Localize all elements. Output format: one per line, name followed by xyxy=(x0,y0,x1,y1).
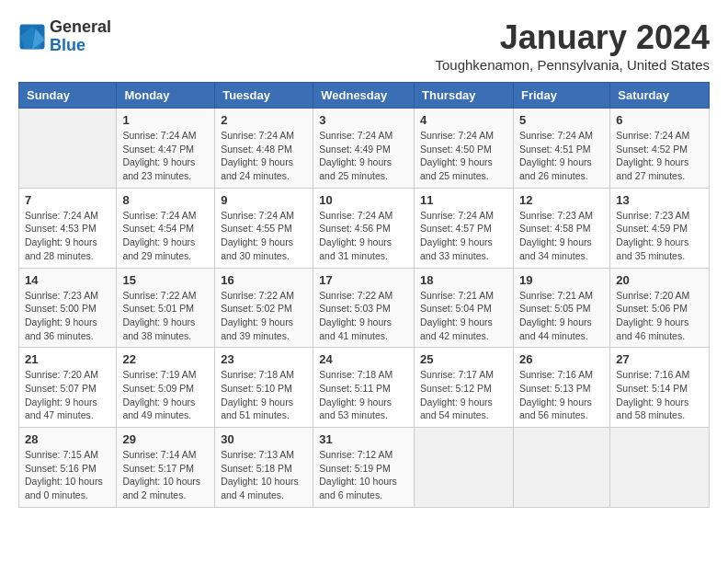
calendar-cell: 13Sunrise: 7:23 AM Sunset: 4:59 PM Dayli… xyxy=(610,188,710,268)
date-number: 22 xyxy=(122,352,209,366)
calendar-cell: 6Sunrise: 7:24 AM Sunset: 4:52 PM Daylig… xyxy=(610,109,710,189)
calendar-cell: 22Sunrise: 7:19 AM Sunset: 5:09 PM Dayli… xyxy=(117,348,215,428)
logo-general-text: General xyxy=(50,18,111,37)
date-number: 5 xyxy=(519,113,604,127)
cell-info: Sunrise: 7:24 AM Sunset: 4:56 PM Dayligh… xyxy=(319,209,408,263)
header-saturday: Saturday xyxy=(610,83,710,109)
cell-info: Sunrise: 7:16 AM Sunset: 5:14 PM Dayligh… xyxy=(616,368,703,422)
date-number: 1 xyxy=(122,113,209,127)
location-title: Toughkenamon, Pennsylvania, United State… xyxy=(435,57,710,73)
date-number: 8 xyxy=(122,193,209,207)
cell-info: Sunrise: 7:24 AM Sunset: 4:47 PM Dayligh… xyxy=(122,129,209,183)
calendar-cell: 2Sunrise: 7:24 AM Sunset: 4:48 PM Daylig… xyxy=(215,109,313,189)
calendar-cell: 25Sunrise: 7:17 AM Sunset: 5:12 PM Dayli… xyxy=(415,348,514,428)
date-number: 13 xyxy=(616,193,703,207)
calendar-cell: 8Sunrise: 7:24 AM Sunset: 4:54 PM Daylig… xyxy=(117,188,215,268)
date-number: 15 xyxy=(122,273,209,287)
calendar-cell: 21Sunrise: 7:20 AM Sunset: 5:07 PM Dayli… xyxy=(19,348,117,428)
cell-info: Sunrise: 7:18 AM Sunset: 5:10 PM Dayligh… xyxy=(221,368,307,422)
cell-info: Sunrise: 7:17 AM Sunset: 5:12 PM Dayligh… xyxy=(420,368,507,422)
cell-info: Sunrise: 7:18 AM Sunset: 5:11 PM Dayligh… xyxy=(319,368,408,422)
calendar-header-row: SundayMondayTuesdayWednesdayThursdayFrid… xyxy=(19,83,710,109)
cell-info: Sunrise: 7:21 AM Sunset: 5:04 PM Dayligh… xyxy=(420,289,507,343)
calendar-cell: 29Sunrise: 7:14 AM Sunset: 5:17 PM Dayli… xyxy=(117,428,215,508)
date-number: 18 xyxy=(420,273,507,287)
calendar-cell: 7Sunrise: 7:24 AM Sunset: 4:53 PM Daylig… xyxy=(19,188,117,268)
header-monday: Monday xyxy=(117,83,215,109)
calendar-week-5: 28Sunrise: 7:15 AM Sunset: 5:16 PM Dayli… xyxy=(19,428,710,508)
date-number: 17 xyxy=(319,273,408,287)
date-number: 3 xyxy=(319,113,408,127)
calendar-cell: 3Sunrise: 7:24 AM Sunset: 4:49 PM Daylig… xyxy=(313,109,415,189)
logo: General Blue xyxy=(18,18,111,55)
cell-info: Sunrise: 7:13 AM Sunset: 5:18 PM Dayligh… xyxy=(221,448,307,502)
date-number: 11 xyxy=(420,193,507,207)
date-number: 9 xyxy=(221,193,307,207)
cell-info: Sunrise: 7:24 AM Sunset: 4:57 PM Dayligh… xyxy=(420,209,507,263)
calendar-cell: 9Sunrise: 7:24 AM Sunset: 4:55 PM Daylig… xyxy=(215,188,313,268)
date-number: 24 xyxy=(319,352,408,366)
calendar-cell xyxy=(19,109,117,189)
date-number: 26 xyxy=(519,352,604,366)
date-number: 19 xyxy=(519,273,604,287)
header-wednesday: Wednesday xyxy=(313,83,415,109)
cell-info: Sunrise: 7:23 AM Sunset: 4:58 PM Dayligh… xyxy=(519,209,604,263)
calendar-cell: 12Sunrise: 7:23 AM Sunset: 4:58 PM Dayli… xyxy=(513,188,609,268)
cell-info: Sunrise: 7:24 AM Sunset: 4:52 PM Dayligh… xyxy=(616,129,703,183)
page-header: General Blue January 2024 Toughkenamon, … xyxy=(18,18,710,73)
calendar-week-1: 1Sunrise: 7:24 AM Sunset: 4:47 PM Daylig… xyxy=(19,109,710,189)
header-tuesday: Tuesday xyxy=(215,83,313,109)
cell-info: Sunrise: 7:21 AM Sunset: 5:05 PM Dayligh… xyxy=(519,289,604,343)
calendar-table: SundayMondayTuesdayWednesdayThursdayFrid… xyxy=(18,82,710,508)
date-number: 21 xyxy=(25,352,110,366)
cell-info: Sunrise: 7:24 AM Sunset: 4:55 PM Dayligh… xyxy=(221,209,307,263)
cell-info: Sunrise: 7:12 AM Sunset: 5:19 PM Dayligh… xyxy=(319,448,408,502)
calendar-cell xyxy=(513,428,609,508)
calendar-cell: 18Sunrise: 7:21 AM Sunset: 5:04 PM Dayli… xyxy=(415,268,514,348)
calendar-week-4: 21Sunrise: 7:20 AM Sunset: 5:07 PM Dayli… xyxy=(19,348,710,428)
calendar-cell: 11Sunrise: 7:24 AM Sunset: 4:57 PM Dayli… xyxy=(415,188,514,268)
calendar-cell: 31Sunrise: 7:12 AM Sunset: 5:19 PM Dayli… xyxy=(313,428,415,508)
calendar-cell xyxy=(610,428,710,508)
date-number: 23 xyxy=(221,352,307,366)
date-number: 4 xyxy=(420,113,507,127)
calendar-cell: 14Sunrise: 7:23 AM Sunset: 5:00 PM Dayli… xyxy=(19,268,117,348)
date-number: 14 xyxy=(25,273,110,287)
calendar-cell: 27Sunrise: 7:16 AM Sunset: 5:14 PM Dayli… xyxy=(610,348,710,428)
calendar-cell: 28Sunrise: 7:15 AM Sunset: 5:16 PM Dayli… xyxy=(19,428,117,508)
logo-blue-text: Blue xyxy=(50,37,111,55)
date-number: 7 xyxy=(25,193,110,207)
date-number: 31 xyxy=(319,432,408,446)
date-number: 30 xyxy=(221,432,307,446)
cell-info: Sunrise: 7:15 AM Sunset: 5:16 PM Dayligh… xyxy=(25,448,110,502)
calendar-cell: 26Sunrise: 7:16 AM Sunset: 5:13 PM Dayli… xyxy=(513,348,609,428)
date-number: 29 xyxy=(122,432,209,446)
date-number: 25 xyxy=(420,352,507,366)
calendar-cell: 10Sunrise: 7:24 AM Sunset: 4:56 PM Dayli… xyxy=(313,188,415,268)
calendar-cell: 19Sunrise: 7:21 AM Sunset: 5:05 PM Dayli… xyxy=(513,268,609,348)
cell-info: Sunrise: 7:16 AM Sunset: 5:13 PM Dayligh… xyxy=(519,368,604,422)
date-number: 27 xyxy=(616,352,703,366)
cell-info: Sunrise: 7:19 AM Sunset: 5:09 PM Dayligh… xyxy=(122,368,209,422)
calendar-cell: 23Sunrise: 7:18 AM Sunset: 5:10 PM Dayli… xyxy=(215,348,313,428)
cell-info: Sunrise: 7:23 AM Sunset: 4:59 PM Dayligh… xyxy=(616,209,703,263)
date-number: 16 xyxy=(221,273,307,287)
calendar-cell xyxy=(415,428,514,508)
calendar-cell: 15Sunrise: 7:22 AM Sunset: 5:01 PM Dayli… xyxy=(117,268,215,348)
cell-info: Sunrise: 7:22 AM Sunset: 5:03 PM Dayligh… xyxy=(319,289,408,343)
cell-info: Sunrise: 7:24 AM Sunset: 4:48 PM Dayligh… xyxy=(221,129,307,183)
cell-info: Sunrise: 7:24 AM Sunset: 4:49 PM Dayligh… xyxy=(319,129,408,183)
cell-info: Sunrise: 7:24 AM Sunset: 4:51 PM Dayligh… xyxy=(519,129,604,183)
cell-info: Sunrise: 7:14 AM Sunset: 5:17 PM Dayligh… xyxy=(122,448,209,502)
date-number: 12 xyxy=(519,193,604,207)
calendar-cell: 17Sunrise: 7:22 AM Sunset: 5:03 PM Dayli… xyxy=(313,268,415,348)
date-number: 10 xyxy=(319,193,408,207)
calendar-week-3: 14Sunrise: 7:23 AM Sunset: 5:00 PM Dayli… xyxy=(19,268,710,348)
date-number: 6 xyxy=(616,113,703,127)
date-number: 2 xyxy=(221,113,307,127)
header-friday: Friday xyxy=(513,83,609,109)
date-number: 20 xyxy=(616,273,703,287)
calendar-cell: 20Sunrise: 7:20 AM Sunset: 5:06 PM Dayli… xyxy=(610,268,710,348)
logo-icon xyxy=(18,23,46,51)
calendar-cell: 24Sunrise: 7:18 AM Sunset: 5:11 PM Dayli… xyxy=(313,348,415,428)
